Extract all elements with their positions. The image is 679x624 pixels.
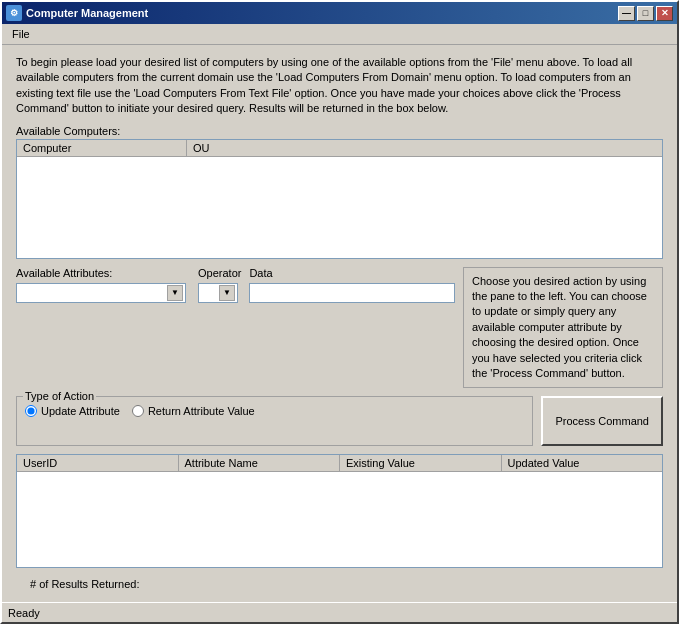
update-attribute-option[interactable]: Update Attribute [25, 405, 120, 417]
operator-dropdown[interactable]: ▼ [198, 283, 238, 303]
operator-dropdown-arrow[interactable]: ▼ [219, 285, 235, 301]
operator-section: Operator ▼ [198, 267, 241, 303]
computer-list-body [17, 157, 662, 255]
description-text: To begin please load your desired list o… [16, 55, 663, 117]
attributes-dropdown[interactable]: ▼ [16, 283, 186, 303]
title-buttons: — □ ✕ [618, 6, 673, 21]
type-of-action-legend: Type of Action [23, 390, 96, 402]
update-attribute-radio[interactable] [25, 405, 37, 417]
status-text: Ready [8, 607, 40, 619]
available-attributes-label: Available Attributes: [16, 267, 186, 279]
bottom-controls: Type of Action Update Attribute Return A… [16, 396, 663, 446]
ou-col-header: OU [187, 140, 662, 156]
menu-bar: File [2, 24, 677, 45]
available-computers-section: Available Computers: Computer OU [16, 125, 663, 259]
computer-list-header: Computer OU [17, 140, 662, 157]
return-attribute-radio[interactable] [132, 405, 144, 417]
update-attribute-label: Update Attribute [41, 405, 120, 417]
data-label: Data [249, 267, 455, 279]
window-icon: ⚙ [6, 5, 22, 21]
controls-row: Available Attributes: ▼ Operator ▼ Data … [16, 267, 663, 389]
existing-val-col-header: Existing Value [340, 455, 502, 471]
radio-row: Update Attribute Return Attribute Value [25, 405, 524, 417]
computer-list[interactable]: Computer OU [16, 139, 663, 259]
computer-col-header: Computer [17, 140, 187, 156]
results-table-header: UserID Attribute Name Existing Value Upd… [17, 455, 662, 472]
results-count-row: # of Results Returned: [16, 576, 663, 592]
main-window: ⚙ Computer Management — □ ✕ File To begi… [0, 0, 679, 624]
type-of-action-group: Type of Action Update Attribute Return A… [16, 396, 533, 446]
process-command-button[interactable]: Process Command [541, 396, 663, 446]
title-bar: ⚙ Computer Management — □ ✕ [2, 2, 677, 24]
return-attribute-label: Return Attribute Value [148, 405, 255, 417]
content-area: To begin please load your desired list o… [2, 45, 677, 602]
info-box: Choose you desired action by using the p… [463, 267, 663, 389]
attr-name-col-header: Attribute Name [179, 455, 341, 471]
maximize-button[interactable]: □ [637, 6, 654, 21]
results-table: UserID Attribute Name Existing Value Upd… [16, 454, 663, 568]
window-title: Computer Management [26, 7, 148, 19]
attributes-dropdown-arrow[interactable]: ▼ [167, 285, 183, 301]
operator-label: Operator [198, 267, 241, 279]
data-section: Data [249, 267, 455, 303]
close-button[interactable]: ✕ [656, 6, 673, 21]
file-menu[interactable]: File [6, 26, 36, 42]
results-table-body [17, 472, 662, 564]
data-input[interactable] [249, 283, 455, 303]
minimize-button[interactable]: — [618, 6, 635, 21]
userid-col-header: UserID [17, 455, 179, 471]
available-attributes-section: Available Attributes: ▼ [16, 267, 186, 303]
updated-val-col-header: Updated Value [502, 455, 663, 471]
return-attribute-option[interactable]: Return Attribute Value [132, 405, 255, 417]
results-count-label: # of Results Returned: [30, 578, 139, 590]
available-computers-label: Available Computers: [16, 125, 663, 137]
status-bar: Ready [2, 602, 677, 622]
